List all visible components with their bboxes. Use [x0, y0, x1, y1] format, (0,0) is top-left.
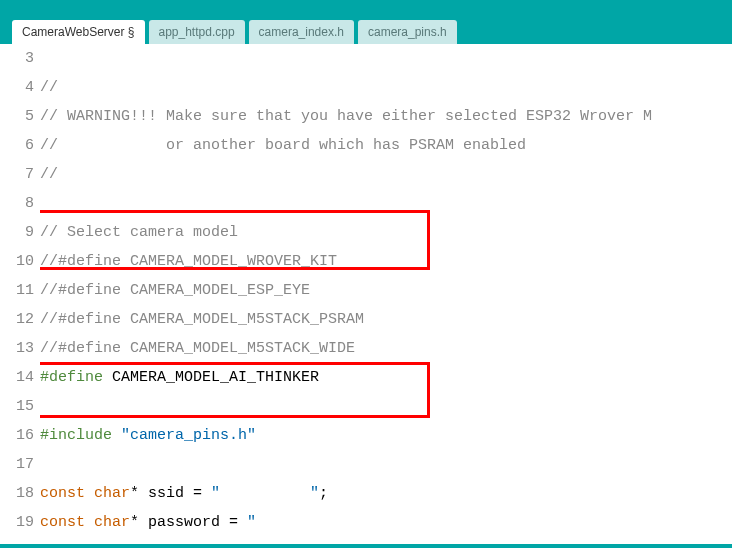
line-number-gutter: 345678910111213141516171819 [0, 44, 40, 544]
code-line[interactable]: //#define CAMERA_MODEL_WROVER_KIT [40, 247, 732, 276]
line-number: 13 [0, 334, 34, 363]
line-number: 18 [0, 479, 34, 508]
line-number: 6 [0, 131, 34, 160]
code-line[interactable] [40, 392, 732, 421]
code-editor[interactable]: 345678910111213141516171819 //// WARNING… [0, 44, 732, 544]
line-number: 15 [0, 392, 34, 421]
code-line[interactable]: const char* password = " [40, 508, 732, 537]
line-number: 8 [0, 189, 34, 218]
code-line[interactable]: //#define CAMERA_MODEL_ESP_EYE [40, 276, 732, 305]
code-line[interactable] [40, 189, 732, 218]
tab-camera-pins[interactable]: camera_pins.h [358, 20, 457, 44]
line-number: 17 [0, 450, 34, 479]
code-line[interactable]: // or another board which has PSRAM enab… [40, 131, 732, 160]
code-line[interactable]: // [40, 73, 732, 102]
line-number: 12 [0, 305, 34, 334]
code-line[interactable]: // WARNING!!! Make sure that you have ei… [40, 102, 732, 131]
tab-camera-index[interactable]: camera_index.h [249, 20, 354, 44]
code-line[interactable]: //#define CAMERA_MODEL_M5STACK_WIDE [40, 334, 732, 363]
line-number: 4 [0, 73, 34, 102]
code-line[interactable]: #define CAMERA_MODEL_AI_THINKER [40, 363, 732, 392]
tab-camera-web-server[interactable]: CameraWebServer § [12, 20, 145, 44]
line-number: 5 [0, 102, 34, 131]
line-number: 11 [0, 276, 34, 305]
code-line[interactable] [40, 450, 732, 479]
line-number: 16 [0, 421, 34, 450]
code-line[interactable]: //#define CAMERA_MODEL_M5STACK_PSRAM [40, 305, 732, 334]
line-number: 7 [0, 160, 34, 189]
line-number: 19 [0, 508, 34, 537]
code-area[interactable]: //// WARNING!!! Make sure that you have … [40, 44, 732, 544]
code-line[interactable] [40, 44, 732, 73]
code-line[interactable]: // [40, 160, 732, 189]
line-number: 10 [0, 247, 34, 276]
tab-app-httpd[interactable]: app_httpd.cpp [149, 20, 245, 44]
line-number: 3 [0, 44, 34, 73]
line-number: 14 [0, 363, 34, 392]
toolbar-strip [0, 0, 732, 16]
code-line[interactable]: #include "camera_pins.h" [40, 421, 732, 450]
code-line[interactable]: const char* ssid = " "; [40, 479, 732, 508]
line-number: 9 [0, 218, 34, 247]
tab-bar: CameraWebServer § app_httpd.cpp camera_i… [0, 16, 732, 44]
code-line[interactable]: // Select camera model [40, 218, 732, 247]
status-bar [0, 544, 732, 548]
